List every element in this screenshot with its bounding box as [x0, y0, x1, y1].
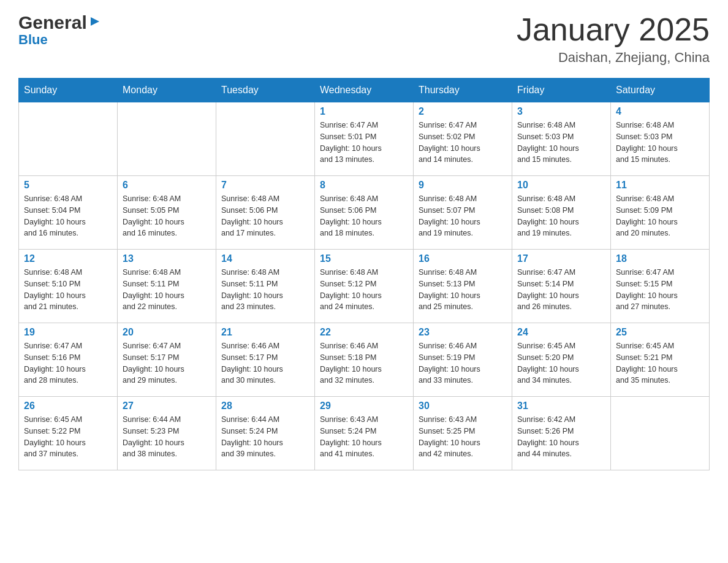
day-number: 15: [320, 253, 408, 264]
calendar-cell: [19, 102, 118, 176]
day-number: 24: [517, 327, 605, 338]
day-number: 10: [517, 180, 605, 191]
calendar-cell: 19Sunrise: 6:47 AMSunset: 5:16 PMDayligh…: [19, 323, 118, 397]
day-info: Sunrise: 6:48 AMSunset: 5:13 PMDaylight:…: [419, 267, 507, 313]
day-info: Sunrise: 6:47 AMSunset: 5:15 PMDaylight:…: [616, 267, 704, 313]
calendar-cell: [216, 102, 315, 176]
day-number: 19: [24, 327, 112, 338]
svg-marker-0: [91, 17, 99, 26]
day-number: 3: [517, 106, 605, 117]
day-number: 11: [616, 180, 704, 191]
weekday-header-thursday: Thursday: [414, 79, 512, 102]
calendar-cell: 4Sunrise: 6:48 AMSunset: 5:03 PMDaylight…: [611, 102, 710, 176]
day-info: Sunrise: 6:43 AMSunset: 5:24 PMDaylight:…: [320, 414, 408, 460]
day-number: 2: [419, 106, 507, 117]
day-info: Sunrise: 6:47 AMSunset: 5:16 PMDaylight:…: [24, 340, 112, 386]
calendar-cell: 5Sunrise: 6:48 AMSunset: 5:04 PMDaylight…: [19, 176, 118, 250]
title-section: January 2025 Daishan, Zhejiang, China: [517, 12, 710, 66]
calendar-cell: 2Sunrise: 6:47 AMSunset: 5:02 PMDaylight…: [414, 102, 512, 176]
day-info: Sunrise: 6:48 AMSunset: 5:03 PMDaylight:…: [517, 120, 605, 166]
day-number: 1: [320, 106, 408, 117]
calendar-cell: 8Sunrise: 6:48 AMSunset: 5:06 PMDaylight…: [315, 176, 414, 250]
calendar-cell: 20Sunrise: 6:47 AMSunset: 5:17 PMDayligh…: [118, 323, 216, 397]
calendar-cell: 1Sunrise: 6:47 AMSunset: 5:01 PMDaylight…: [315, 102, 414, 176]
calendar-cell: 3Sunrise: 6:48 AMSunset: 5:03 PMDaylight…: [512, 102, 611, 176]
calendar-cell: 14Sunrise: 6:48 AMSunset: 5:11 PMDayligh…: [216, 250, 315, 323]
day-info: Sunrise: 6:48 AMSunset: 5:03 PMDaylight:…: [616, 120, 704, 166]
day-number: 18: [616, 253, 704, 264]
day-info: Sunrise: 6:45 AMSunset: 5:21 PMDaylight:…: [616, 340, 704, 386]
calendar-cell: 11Sunrise: 6:48 AMSunset: 5:09 PMDayligh…: [611, 176, 710, 250]
day-number: 4: [616, 106, 704, 117]
calendar-cell: 28Sunrise: 6:44 AMSunset: 5:24 PMDayligh…: [216, 397, 315, 470]
day-info: Sunrise: 6:48 AMSunset: 5:08 PMDaylight:…: [517, 193, 605, 239]
weekday-header-sunday: Sunday: [19, 79, 118, 102]
weekday-header-tuesday: Tuesday: [216, 79, 315, 102]
day-info: Sunrise: 6:45 AMSunset: 5:22 PMDaylight:…: [24, 414, 112, 460]
day-number: 5: [24, 180, 112, 191]
calendar-cell: 25Sunrise: 6:45 AMSunset: 5:21 PMDayligh…: [611, 323, 710, 397]
day-number: 9: [419, 180, 507, 191]
day-info: Sunrise: 6:44 AMSunset: 5:23 PMDaylight:…: [123, 414, 211, 460]
day-info: Sunrise: 6:44 AMSunset: 5:24 PMDaylight:…: [221, 414, 309, 460]
calendar-week-5: 26Sunrise: 6:45 AMSunset: 5:22 PMDayligh…: [19, 397, 710, 470]
calendar-week-4: 19Sunrise: 6:47 AMSunset: 5:16 PMDayligh…: [19, 323, 710, 397]
calendar-cell: 26Sunrise: 6:45 AMSunset: 5:22 PMDayligh…: [19, 397, 118, 470]
day-number: 25: [616, 327, 704, 338]
calendar-week-2: 5Sunrise: 6:48 AMSunset: 5:04 PMDaylight…: [19, 176, 710, 250]
day-info: Sunrise: 6:47 AMSunset: 5:01 PMDaylight:…: [320, 120, 408, 166]
day-number: 23: [419, 327, 507, 338]
calendar-header: SundayMondayTuesdayWednesdayThursdayFrid…: [19, 79, 710, 102]
calendar-cell: [611, 397, 710, 470]
day-info: Sunrise: 6:47 AMSunset: 5:02 PMDaylight:…: [419, 120, 507, 166]
day-info: Sunrise: 6:45 AMSunset: 5:20 PMDaylight:…: [517, 340, 605, 386]
logo-blue-text: Blue: [18, 32, 48, 48]
day-number: 21: [221, 327, 309, 338]
calendar-cell: 9Sunrise: 6:48 AMSunset: 5:07 PMDaylight…: [414, 176, 512, 250]
day-info: Sunrise: 6:47 AMSunset: 5:14 PMDaylight:…: [517, 267, 605, 313]
calendar-cell: 15Sunrise: 6:48 AMSunset: 5:12 PMDayligh…: [315, 250, 414, 323]
day-info: Sunrise: 6:48 AMSunset: 5:12 PMDaylight:…: [320, 267, 408, 313]
day-info: Sunrise: 6:43 AMSunset: 5:25 PMDaylight:…: [419, 414, 507, 460]
day-number: 30: [419, 400, 507, 412]
calendar-cell: 6Sunrise: 6:48 AMSunset: 5:05 PMDaylight…: [118, 176, 216, 250]
logo-general-text: General: [18, 12, 87, 33]
calendar-cell: 12Sunrise: 6:48 AMSunset: 5:10 PMDayligh…: [19, 250, 118, 323]
day-number: 29: [320, 400, 408, 412]
calendar-cell: 30Sunrise: 6:43 AMSunset: 5:25 PMDayligh…: [414, 397, 512, 470]
weekday-header-friday: Friday: [512, 79, 611, 102]
day-info: Sunrise: 6:48 AMSunset: 5:10 PMDaylight:…: [24, 267, 112, 313]
day-number: 27: [123, 400, 211, 412]
day-number: 17: [517, 253, 605, 264]
day-info: Sunrise: 6:47 AMSunset: 5:17 PMDaylight:…: [123, 340, 211, 386]
day-info: Sunrise: 6:48 AMSunset: 5:04 PMDaylight:…: [24, 193, 112, 239]
day-info: Sunrise: 6:48 AMSunset: 5:05 PMDaylight:…: [123, 193, 211, 239]
day-number: 26: [24, 400, 112, 412]
calendar-cell: 21Sunrise: 6:46 AMSunset: 5:17 PMDayligh…: [216, 323, 315, 397]
day-info: Sunrise: 6:48 AMSunset: 5:11 PMDaylight:…: [221, 267, 309, 313]
day-number: 31: [517, 400, 605, 412]
day-info: Sunrise: 6:42 AMSunset: 5:26 PMDaylight:…: [517, 414, 605, 460]
day-info: Sunrise: 6:46 AMSunset: 5:19 PMDaylight:…: [419, 340, 507, 386]
day-number: 6: [123, 180, 211, 191]
calendar-cell: 23Sunrise: 6:46 AMSunset: 5:19 PMDayligh…: [414, 323, 512, 397]
calendar-subtitle: Daishan, Zhejiang, China: [517, 50, 710, 66]
day-info: Sunrise: 6:48 AMSunset: 5:06 PMDaylight:…: [320, 193, 408, 239]
weekday-header-saturday: Saturday: [611, 79, 710, 102]
calendar-week-1: 1Sunrise: 6:47 AMSunset: 5:01 PMDaylight…: [19, 102, 710, 176]
weekday-header-monday: Monday: [118, 79, 216, 102]
day-info: Sunrise: 6:46 AMSunset: 5:17 PMDaylight:…: [221, 340, 309, 386]
day-info: Sunrise: 6:48 AMSunset: 5:06 PMDaylight:…: [221, 193, 309, 239]
calendar-cell: 17Sunrise: 6:47 AMSunset: 5:14 PMDayligh…: [512, 250, 611, 323]
day-number: 20: [123, 327, 211, 338]
day-number: 22: [320, 327, 408, 338]
calendar-week-3: 12Sunrise: 6:48 AMSunset: 5:10 PMDayligh…: [19, 250, 710, 323]
calendar-cell: 27Sunrise: 6:44 AMSunset: 5:23 PMDayligh…: [118, 397, 216, 470]
day-info: Sunrise: 6:48 AMSunset: 5:11 PMDaylight:…: [123, 267, 211, 313]
logo-arrow-icon: [88, 15, 102, 28]
day-number: 13: [123, 253, 211, 264]
day-info: Sunrise: 6:46 AMSunset: 5:18 PMDaylight:…: [320, 340, 408, 386]
day-number: 16: [419, 253, 507, 264]
calendar-cell: 7Sunrise: 6:48 AMSunset: 5:06 PMDaylight…: [216, 176, 315, 250]
weekday-header-wednesday: Wednesday: [315, 79, 414, 102]
